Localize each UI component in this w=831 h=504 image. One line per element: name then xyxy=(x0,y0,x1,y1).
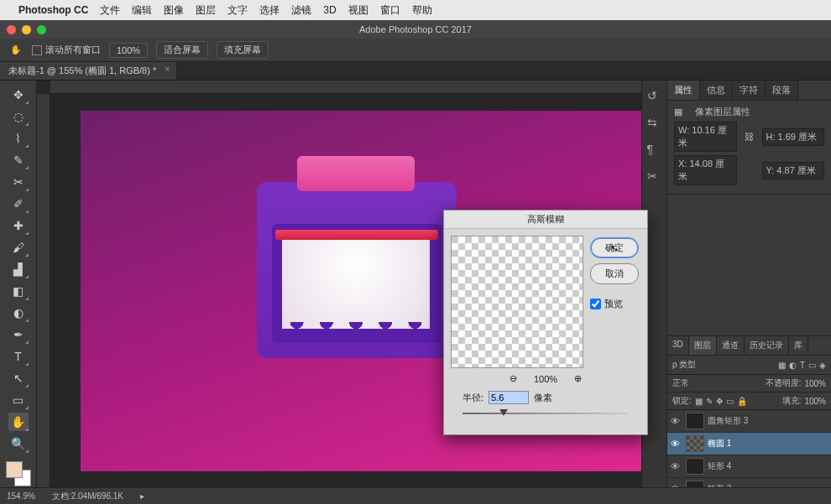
options-bar: ✋ 滚动所有窗口 100% 适合屏幕 填充屏幕 xyxy=(0,39,831,62)
close-window-icon[interactable] xyxy=(7,25,16,34)
app-name[interactable]: Photoshop CC xyxy=(18,4,88,16)
layer-type-label: 像素图层属性 xyxy=(695,106,750,118)
fill-value[interactable]: 100% xyxy=(804,397,826,406)
ruler-horizontal[interactable] xyxy=(50,81,641,94)
zoom-window-icon[interactable] xyxy=(37,25,46,34)
status-chevron-icon[interactable]: ▸ xyxy=(140,491,144,501)
lock-transparent-icon[interactable]: ▦ xyxy=(695,397,703,406)
x-field[interactable]: X: 14.08 厘米 xyxy=(674,155,737,185)
visibility-icon[interactable]: 👁 xyxy=(671,439,682,449)
gradient-tool[interactable]: ◐ xyxy=(8,304,29,322)
cancel-button[interactable]: 取消 xyxy=(590,263,639,284)
filter-adjust-icon[interactable]: ◐ xyxy=(789,361,797,370)
eraser-tool[interactable]: ◧ xyxy=(8,282,29,300)
tab-history[interactable]: 历史记录 xyxy=(745,336,789,355)
filter-type-icon[interactable]: T xyxy=(800,361,805,370)
tool-palette: ✥ ◌ ⌇ ✎ ✂ ✐ ✚ 🖌 ▟ ◧ ◐ ✒ T ↖ ▭ ✋ 🔍 xyxy=(0,81,37,504)
tab-character[interactable]: 字符 xyxy=(733,81,766,100)
adjustments-icon[interactable]: ⇆ xyxy=(647,116,662,131)
paragraph-icon[interactable]: ¶ xyxy=(647,143,662,158)
color-swatches[interactable] xyxy=(6,461,31,486)
y-field[interactable]: Y: 4.87 厘米 xyxy=(762,162,825,179)
clone-tool[interactable]: ▟ xyxy=(8,260,29,278)
zoom-in-icon[interactable]: ⊕ xyxy=(574,373,582,384)
opacity-label: 不透明度: xyxy=(766,377,802,389)
tab-info[interactable]: 信息 xyxy=(700,81,733,100)
menu-filter[interactable]: 滤镜 xyxy=(291,3,311,18)
fit-screen-button[interactable]: 适合屏幕 xyxy=(156,41,208,59)
zoom-tool[interactable]: 🔍 xyxy=(8,434,29,453)
type-tool[interactable]: T xyxy=(8,347,29,366)
menu-layer[interactable]: 图层 xyxy=(196,3,216,18)
path-tool[interactable]: ↖ xyxy=(8,369,29,387)
ruler-vertical[interactable] xyxy=(37,94,50,504)
ok-button[interactable]: 确定 ↖ xyxy=(590,237,639,258)
layer-kind-filter[interactable]: ρ 类型 xyxy=(672,359,696,371)
tab-libraries[interactable]: 库 xyxy=(789,336,808,355)
marquee-tool[interactable]: ◌ xyxy=(8,107,29,126)
crop-tool[interactable]: ✂ xyxy=(8,173,29,191)
eyedropper-tool[interactable]: ✐ xyxy=(8,195,29,213)
radius-input[interactable] xyxy=(489,391,529,404)
close-tab-icon[interactable]: × xyxy=(165,65,170,74)
scroll-all-option[interactable]: 滚动所有窗口 xyxy=(32,44,101,56)
blend-mode-select[interactable]: 正常 xyxy=(672,377,689,389)
zoom-100-button[interactable]: 100% xyxy=(109,43,148,58)
pen-tool[interactable]: ✒ xyxy=(8,325,29,344)
visibility-icon[interactable]: 👁 xyxy=(671,461,682,471)
menu-type[interactable]: 文字 xyxy=(227,3,248,18)
tab-3d[interactable]: 3D xyxy=(667,336,689,355)
quickselect-tool[interactable]: ✎ xyxy=(8,151,29,169)
menu-select[interactable]: 选择 xyxy=(259,3,280,18)
fill-screen-button[interactable]: 填充屏幕 xyxy=(217,41,269,59)
preview-checkbox[interactable]: 预览 xyxy=(590,298,639,310)
minimize-window-icon[interactable] xyxy=(22,25,31,34)
radius-slider[interactable] xyxy=(463,408,629,419)
doc-size[interactable]: 文档:2.04M/696.1K xyxy=(52,491,123,502)
lock-paint-icon[interactable]: ✎ xyxy=(706,397,713,406)
artwork-redbar xyxy=(275,230,438,240)
hand-tool-icon[interactable]: ✋ xyxy=(8,43,24,58)
layer-row[interactable]: 👁椭圆 1 xyxy=(667,433,831,455)
history-icon[interactable]: ↺ xyxy=(647,89,662,104)
tab-paragraph[interactable]: 段落 xyxy=(766,81,798,100)
shape-tool[interactable]: ▭ xyxy=(8,391,29,409)
filter-shape-icon[interactable]: ▭ xyxy=(808,361,816,370)
menu-image[interactable]: 图像 xyxy=(164,3,184,18)
preview-zoom: 100% xyxy=(534,374,557,384)
menu-file[interactable]: 文件 xyxy=(100,3,120,18)
document-tabs: 未标题-1 @ 155% (椭圆 1, RGB/8) * × xyxy=(0,62,831,81)
menu-help[interactable]: 帮助 xyxy=(412,3,432,18)
lock-artboard-icon[interactable]: ▭ xyxy=(726,397,734,406)
zoom-level[interactable]: 154.9% xyxy=(7,491,35,501)
filter-pixel-icon[interactable]: ▦ xyxy=(778,361,786,370)
blur-preview[interactable] xyxy=(451,236,583,368)
brush-panel-icon[interactable]: ✂ xyxy=(647,169,662,184)
document-tab[interactable]: 未标题-1 @ 155% (椭圆 1, RGB/8) * × xyxy=(0,62,177,80)
mac-menubar: Photoshop CC 文件 编辑 图像 图层 文字 选择 滤镜 3D 视图 … xyxy=(0,0,831,20)
menu-window[interactable]: 窗口 xyxy=(380,3,400,18)
brush-tool[interactable]: 🖌 xyxy=(8,238,29,257)
layer-row[interactable]: 👁圆角矩形 3 xyxy=(667,410,831,433)
lasso-tool[interactable]: ⌇ xyxy=(8,129,29,148)
lock-all-icon[interactable]: 🔒 xyxy=(737,397,747,406)
menu-view[interactable]: 视图 xyxy=(348,3,368,18)
healingbrush-tool[interactable]: ✚ xyxy=(8,216,29,235)
filter-smart-icon[interactable]: ◈ xyxy=(819,361,826,370)
zoom-out-icon[interactable]: ⊖ xyxy=(510,373,517,384)
opacity-value[interactable]: 100% xyxy=(804,379,826,388)
menu-edit[interactable]: 编辑 xyxy=(132,3,152,18)
width-field[interactable]: W: 10.16 厘米 xyxy=(674,122,737,152)
tab-channels[interactable]: 通道 xyxy=(717,336,745,355)
height-field[interactable]: H: 1.69 厘米 xyxy=(762,128,825,146)
lock-position-icon[interactable]: ✥ xyxy=(716,397,723,406)
hand-tool[interactable]: ✋ xyxy=(8,413,29,431)
tab-layers[interactable]: 图层 xyxy=(689,336,717,355)
menu-3d[interactable]: 3D xyxy=(323,4,336,16)
layer-row[interactable]: 👁矩形 4 xyxy=(667,455,831,478)
tab-properties[interactable]: 属性 xyxy=(667,81,700,100)
move-tool[interactable]: ✥ xyxy=(8,86,29,104)
foreground-color[interactable] xyxy=(6,461,23,478)
visibility-icon[interactable]: 👁 xyxy=(671,416,682,426)
link-wh-icon[interactable]: ⛓ xyxy=(742,132,757,142)
